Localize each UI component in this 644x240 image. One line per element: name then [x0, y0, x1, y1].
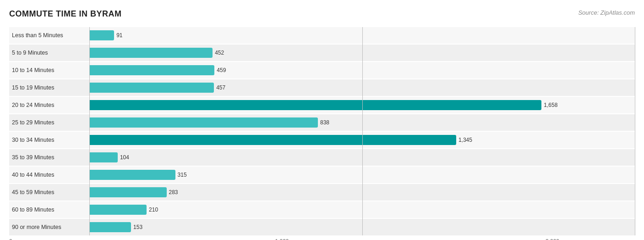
bar-value: 459	[217, 67, 226, 73]
bar-value: 1,658	[544, 102, 557, 108]
bar-row: 5 to 9 Minutes452	[9, 45, 635, 61]
bar-row: 90 or more Minutes153	[9, 219, 635, 235]
x-axis-label: 2,000	[546, 238, 559, 240]
bar	[89, 135, 456, 145]
bar-label: 15 to 19 Minutes	[9, 84, 89, 91]
bar-container: 153	[89, 222, 635, 232]
bar-value: 1,345	[458, 137, 472, 143]
bar-container: 459	[89, 65, 635, 75]
bar-label: 20 to 24 Minutes	[9, 102, 89, 108]
bar-label: 45 to 59 Minutes	[9, 189, 89, 195]
bar-label: 30 to 34 Minutes	[9, 137, 89, 143]
bar-value: 104	[120, 154, 129, 161]
bar	[89, 30, 114, 40]
bar-row: 25 to 29 Minutes838	[9, 114, 635, 131]
bar	[89, 117, 318, 128]
bar-container: 104	[89, 152, 635, 162]
bar-row: 40 to 44 Minutes315	[9, 167, 635, 183]
bar-value: 153	[133, 224, 142, 230]
bar-container: 457	[89, 83, 635, 93]
grid-line	[635, 27, 635, 235]
bar-row: 15 to 19 Minutes457	[9, 79, 635, 96]
bar-container: 1,658	[89, 100, 635, 110]
chart-title: COMMUTE TIME IN BYRAM	[9, 9, 121, 19]
bar-container: 838	[89, 117, 635, 128]
header-row: COMMUTE TIME IN BYRAM Source: ZipAtlas.c…	[9, 9, 635, 19]
bar-container: 210	[89, 205, 635, 215]
bar-value: 452	[215, 50, 224, 56]
bar	[89, 100, 541, 110]
bar-row: 10 to 14 Minutes459	[9, 62, 635, 78]
bar-row: Less than 5 Minutes91	[9, 27, 635, 44]
bar-value: 315	[178, 172, 187, 178]
source-text: Source: ZipAtlas.com	[578, 9, 635, 16]
x-axis-label: 0	[9, 238, 12, 240]
bar-row: 30 to 34 Minutes1,345	[9, 132, 635, 148]
bar	[89, 205, 147, 215]
bar-container: 91	[89, 30, 635, 40]
bar-label: Less than 5 Minutes	[9, 32, 89, 39]
bar-row: 35 to 39 Minutes104	[9, 149, 635, 166]
x-axis: 01,0002,000	[9, 238, 635, 240]
bar-container: 452	[89, 48, 635, 58]
bar-row: 20 to 24 Minutes1,658	[9, 97, 635, 113]
bar-label: 40 to 44 Minutes	[9, 172, 89, 178]
bar-row: 60 to 89 Minutes210	[9, 201, 635, 218]
bar-label: 5 to 9 Minutes	[9, 50, 89, 56]
bar-label: 90 or more Minutes	[9, 224, 89, 230]
bar	[89, 48, 213, 58]
bar	[89, 187, 167, 197]
bar-label: 60 to 89 Minutes	[9, 207, 89, 213]
bar	[89, 152, 118, 162]
bar	[89, 65, 214, 75]
bar-container: 283	[89, 187, 635, 197]
bar	[89, 170, 175, 180]
x-axis-label: 1,000	[275, 238, 289, 240]
bar-label: 10 to 14 Minutes	[9, 67, 89, 73]
bar-value: 838	[320, 119, 329, 126]
bar-row: 45 to 59 Minutes283	[9, 184, 635, 201]
bar-value: 210	[149, 207, 158, 213]
bar	[89, 222, 131, 232]
bar-value: 91	[116, 32, 122, 39]
bar	[89, 83, 214, 93]
bar-value: 457	[216, 84, 225, 91]
bar-value: 283	[169, 189, 178, 195]
chart-area: Less than 5 Minutes915 to 9 Minutes45210…	[9, 27, 635, 235]
bar-label: 35 to 39 Minutes	[9, 154, 89, 161]
bar-container: 1,345	[89, 135, 635, 145]
bar-container: 315	[89, 170, 635, 180]
bar-label: 25 to 29 Minutes	[9, 119, 89, 126]
